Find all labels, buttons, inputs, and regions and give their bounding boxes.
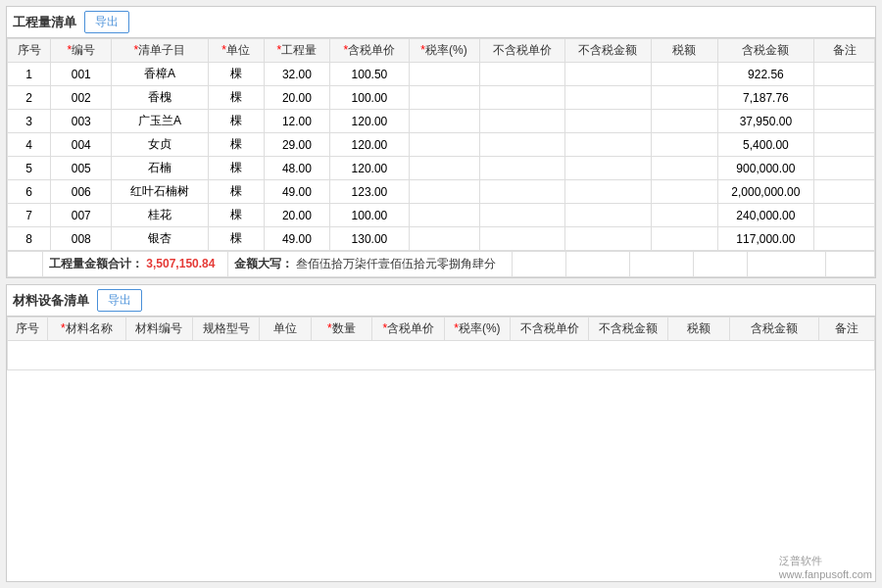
cell-tax_rate <box>409 204 479 227</box>
cell-tax_price: 120.00 <box>330 133 409 157</box>
cell-name: 香樟A <box>112 63 209 86</box>
th2-unit: 单位 <box>260 318 311 341</box>
cell-qty: 49.00 <box>264 180 330 204</box>
section1-title: 工程量清单 <box>13 14 76 31</box>
cell-no_tax_amt <box>565 133 652 157</box>
th-name: *清单子目 <box>112 39 209 63</box>
section1-header: 工程量清单 导出 <box>7 7 875 38</box>
cell-unit: 棵 <box>208 86 264 110</box>
table-row: 4004女贞棵29.00120.005,400.00 <box>8 133 875 157</box>
th-no-tax-price: 不含税单价 <box>479 39 565 63</box>
section1-export-button[interactable]: 导出 <box>84 11 129 33</box>
cell-no_tax_price <box>479 110 565 133</box>
cell-qty: 49.00 <box>264 227 330 251</box>
cell-seq: 5 <box>8 157 51 180</box>
th2-tax-rate: *税率(%) <box>445 318 510 341</box>
cell-code: 002 <box>51 86 112 110</box>
cell-tax_amt <box>651 63 717 86</box>
cell-unit: 棵 <box>208 157 264 180</box>
section1-summary-table: 工程量金额合计： 3,507,150.84 金额大写： 叁佰伍拾万柒仟壹佰伍拾元… <box>7 251 875 277</box>
cell-note <box>814 86 875 110</box>
th2-mat-name: *材料名称 <box>47 318 125 341</box>
cell-qty: 29.00 <box>264 133 330 157</box>
material-equipment-section: 材料设备清单 导出 序号 *材料名称 材料编号 规格型号 单位 *数量 *含税单… <box>6 284 876 582</box>
table-row: 7007桂花棵20.00100.00240,000.00 <box>8 204 875 227</box>
th2-note: 备注 <box>819 318 875 341</box>
page-wrapper: 工程量清单 导出 序号 *编号 *清单子目 *单位 *工程量 *含税单价 *税率… <box>0 0 882 588</box>
cell-seq: 4 <box>8 133 51 157</box>
cell-name: 香槐 <box>112 86 209 110</box>
cell-total: 5,400.00 <box>717 133 814 157</box>
cell-seq: 6 <box>8 180 51 204</box>
cell-code: 008 <box>51 227 112 251</box>
section2-table: 序号 *材料名称 材料编号 规格型号 单位 *数量 *含税单价 *税率(%) 不… <box>7 317 875 370</box>
th2-qty: *数量 <box>311 318 372 341</box>
cell-total: 900,000.00 <box>717 157 814 180</box>
cell-no_tax_amt <box>565 63 652 86</box>
cell-tax_price: 100.00 <box>330 86 409 110</box>
cell-no_tax_amt <box>565 157 652 180</box>
cell-tax_rate <box>409 157 479 180</box>
cell-tax_price: 130.00 <box>330 227 409 251</box>
cell-no_tax_price <box>479 133 565 157</box>
cell-tax_rate <box>409 180 479 204</box>
cell-seq: 7 <box>8 204 51 227</box>
th2-mat-code: 材料编号 <box>125 318 192 341</box>
cell-qty: 12.00 <box>264 110 330 133</box>
cell-tax_amt <box>651 110 717 133</box>
section2-header-row: 序号 *材料名称 材料编号 规格型号 单位 *数量 *含税单价 *税率(%) 不… <box>8 318 875 341</box>
cell-name: 红叶石楠树 <box>112 180 209 204</box>
cell-seq: 8 <box>8 227 51 251</box>
th2-tax-amt: 税额 <box>668 318 730 341</box>
th-tax-amt: 税额 <box>651 39 717 63</box>
cell-tax_price: 120.00 <box>330 110 409 133</box>
cell-unit: 棵 <box>208 227 264 251</box>
table-row: 2002香槐棵20.00100.007,187.76 <box>8 86 875 110</box>
cell-code: 003 <box>51 110 112 133</box>
cell-tax_amt <box>651 204 717 227</box>
amount-label: 金额大写： <box>234 257 293 270</box>
cell-note <box>814 157 875 180</box>
th-note: 备注 <box>814 39 875 63</box>
table-row: 5005石楠棵48.00120.00900,000.00 <box>8 157 875 180</box>
th-total: 含税金额 <box>717 39 814 63</box>
cell-tax_rate <box>409 133 479 157</box>
cell-no_tax_amt <box>565 110 652 133</box>
summary-row: 工程量金额合计： 3,507,150.84 金额大写： 叁佰伍拾万柒仟壹佰伍拾元… <box>8 252 875 277</box>
cell-no_tax_price <box>479 180 565 204</box>
cell-code: 005 <box>51 157 112 180</box>
cell-no_tax_price <box>479 86 565 110</box>
cell-note <box>814 110 875 133</box>
cell-no_tax_price <box>479 204 565 227</box>
cell-note <box>814 204 875 227</box>
cell-note <box>814 63 875 86</box>
section1-table: 序号 *编号 *清单子目 *单位 *工程量 *含税单价 *税率(%) 不含税单价… <box>7 38 875 251</box>
cell-no_tax_amt <box>565 227 652 251</box>
section2-title: 材料设备清单 <box>13 292 89 310</box>
section1-header-row: 序号 *编号 *清单子目 *单位 *工程量 *含税单价 *税率(%) 不含税单价… <box>8 39 875 63</box>
cell-name: 桂花 <box>112 204 209 227</box>
th-seq: 序号 <box>8 39 51 63</box>
cell-code: 004 <box>51 133 112 157</box>
cell-tax_amt <box>651 227 717 251</box>
cell-note <box>814 180 875 204</box>
section2-table-wrapper: 序号 *材料名称 材料编号 规格型号 单位 *数量 *含税单价 *税率(%) 不… <box>7 317 875 370</box>
cell-name: 女贞 <box>112 133 209 157</box>
th2-tax-price: *含税单价 <box>372 318 445 341</box>
cell-name: 银杏 <box>112 227 209 251</box>
section2-export-button[interactable]: 导出 <box>97 289 142 312</box>
th-code: *编号 <box>51 39 112 63</box>
th2-total: 含税金额 <box>729 318 818 341</box>
th-qty: *工程量 <box>264 39 330 63</box>
table-row: 1001香樟A棵32.00100.50922.56 <box>8 63 875 86</box>
th-no-tax-amt: 不含税金额 <box>565 39 652 63</box>
cell-no_tax_price <box>479 157 565 180</box>
engineering-quantity-section: 工程量清单 导出 序号 *编号 *清单子目 *单位 *工程量 *含税单价 *税率… <box>6 6 876 278</box>
cell-tax_price: 123.00 <box>330 180 409 204</box>
cell-unit: 棵 <box>208 204 264 227</box>
section1-table-wrapper[interactable]: 序号 *编号 *清单子目 *单位 *工程量 *含税单价 *税率(%) 不含税单价… <box>7 38 875 251</box>
cell-seq: 1 <box>8 63 51 86</box>
cell-total: 2,000,000.00 <box>717 180 814 204</box>
cell-no_tax_price <box>479 227 565 251</box>
cell-no_tax_amt <box>565 180 652 204</box>
